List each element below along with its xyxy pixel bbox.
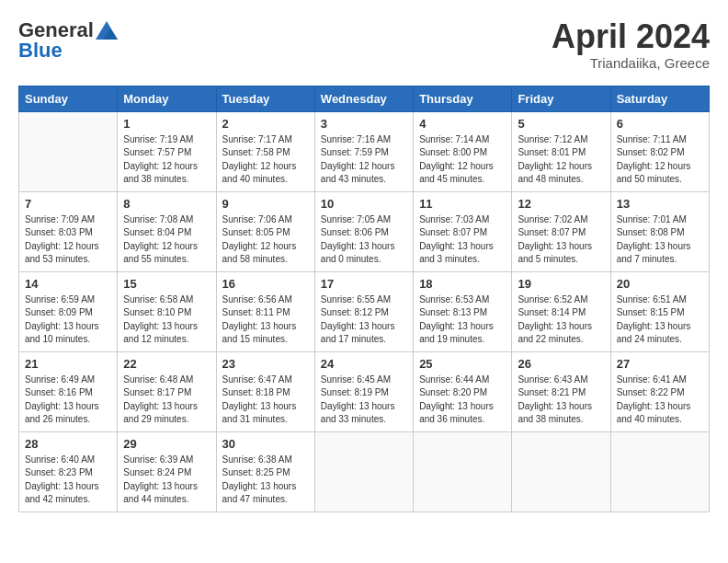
day-info: Sunrise: 6:43 AMSunset: 8:21 PMDaylight:… — [518, 373, 604, 427]
weekday-header: Saturday — [610, 86, 709, 111]
calendar-week-row: 21Sunrise: 6:49 AMSunset: 8:16 PMDayligh… — [19, 351, 710, 431]
title-block: April 2024 Triandaiika, Greece — [552, 18, 710, 71]
day-number: 1 — [123, 117, 210, 131]
calendar-day-cell: 28Sunrise: 6:40 AMSunset: 8:23 PMDayligh… — [19, 431, 118, 511]
day-number: 13 — [617, 197, 703, 211]
day-info: Sunrise: 6:47 AMSunset: 8:18 PMDaylight:… — [222, 373, 309, 427]
calendar-day-cell: 19Sunrise: 6:52 AMSunset: 8:14 PMDayligh… — [512, 271, 610, 351]
day-number: 12 — [518, 197, 604, 211]
calendar-day-cell: 18Sunrise: 6:53 AMSunset: 8:13 PMDayligh… — [414, 271, 512, 351]
day-number: 14 — [25, 277, 111, 291]
calendar-day-cell: 25Sunrise: 6:44 AMSunset: 8:20 PMDayligh… — [414, 351, 512, 431]
weekday-header: Monday — [118, 86, 216, 111]
day-number: 25 — [419, 357, 506, 371]
day-info: Sunrise: 7:02 AMSunset: 8:07 PMDaylight:… — [518, 213, 604, 267]
calendar-week-row: 14Sunrise: 6:59 AMSunset: 8:09 PMDayligh… — [19, 271, 710, 351]
calendar-day-cell: 5Sunrise: 7:12 AMSunset: 8:01 PMDaylight… — [512, 111, 610, 191]
calendar-day-cell: 14Sunrise: 6:59 AMSunset: 8:09 PMDayligh… — [19, 271, 118, 351]
day-info: Sunrise: 6:58 AMSunset: 8:10 PMDaylight:… — [123, 293, 210, 347]
day-info: Sunrise: 6:48 AMSunset: 8:17 PMDaylight:… — [123, 373, 210, 427]
day-number: 21 — [25, 357, 111, 371]
logo-icon — [96, 21, 118, 40]
calendar-day-cell: 2Sunrise: 7:17 AMSunset: 7:58 PMDaylight… — [216, 111, 314, 191]
calendar-day-cell: 30Sunrise: 6:38 AMSunset: 8:25 PMDayligh… — [216, 431, 314, 511]
calendar-day-cell — [610, 431, 709, 511]
calendar-day-cell: 1Sunrise: 7:19 AMSunset: 7:57 PMDaylight… — [118, 111, 216, 191]
day-number: 16 — [222, 277, 309, 291]
calendar-day-cell: 4Sunrise: 7:14 AMSunset: 8:00 PMDaylight… — [414, 111, 512, 191]
day-info: Sunrise: 7:17 AMSunset: 7:58 PMDaylight:… — [222, 133, 309, 187]
calendar-week-row: 1Sunrise: 7:19 AMSunset: 7:57 PMDaylight… — [19, 111, 710, 191]
day-info: Sunrise: 7:19 AMSunset: 7:57 PMDaylight:… — [123, 133, 210, 187]
location: Triandaiika, Greece — [552, 55, 710, 71]
page-header: General Blue April 2024 Triandaiika, Gre… — [18, 18, 710, 71]
day-info: Sunrise: 7:01 AMSunset: 8:08 PMDaylight:… — [617, 213, 703, 267]
day-info: Sunrise: 7:03 AMSunset: 8:07 PMDaylight:… — [419, 213, 506, 267]
day-number: 10 — [321, 197, 407, 211]
day-info: Sunrise: 6:38 AMSunset: 8:25 PMDaylight:… — [222, 454, 309, 507]
logo-blue-text: Blue — [18, 39, 63, 63]
day-info: Sunrise: 7:09 AMSunset: 8:03 PMDaylight:… — [25, 213, 111, 267]
day-number: 5 — [518, 117, 604, 131]
day-info: Sunrise: 6:45 AMSunset: 8:19 PMDaylight:… — [321, 373, 407, 427]
day-number: 8 — [123, 197, 210, 211]
day-info: Sunrise: 7:11 AMSunset: 8:02 PMDaylight:… — [617, 133, 703, 187]
day-info: Sunrise: 7:16 AMSunset: 7:59 PMDaylight:… — [321, 133, 407, 187]
calendar-header-row: SundayMondayTuesdayWednesdayThursdayFrid… — [19, 86, 710, 111]
day-number: 28 — [25, 437, 111, 451]
day-number: 24 — [321, 357, 407, 371]
weekday-header: Sunday — [19, 86, 118, 111]
calendar-day-cell: 16Sunrise: 6:56 AMSunset: 8:11 PMDayligh… — [216, 271, 314, 351]
day-info: Sunrise: 6:53 AMSunset: 8:13 PMDaylight:… — [419, 293, 506, 347]
calendar-week-row: 28Sunrise: 6:40 AMSunset: 8:23 PMDayligh… — [19, 431, 710, 511]
calendar-day-cell: 11Sunrise: 7:03 AMSunset: 8:07 PMDayligh… — [414, 191, 512, 271]
calendar-day-cell: 12Sunrise: 7:02 AMSunset: 8:07 PMDayligh… — [512, 191, 610, 271]
weekday-header: Thursday — [414, 86, 512, 111]
calendar-day-cell: 26Sunrise: 6:43 AMSunset: 8:21 PMDayligh… — [512, 351, 610, 431]
day-number: 2 — [222, 117, 309, 131]
calendar-day-cell: 13Sunrise: 7:01 AMSunset: 8:08 PMDayligh… — [610, 191, 709, 271]
calendar-day-cell: 20Sunrise: 6:51 AMSunset: 8:15 PMDayligh… — [610, 271, 709, 351]
day-info: Sunrise: 6:55 AMSunset: 8:12 PMDaylight:… — [321, 293, 407, 347]
day-number: 15 — [123, 277, 210, 291]
calendar-table: SundayMondayTuesdayWednesdayThursdayFrid… — [18, 86, 710, 512]
weekday-header: Tuesday — [216, 86, 314, 111]
day-number: 19 — [518, 277, 604, 291]
day-info: Sunrise: 6:59 AMSunset: 8:09 PMDaylight:… — [25, 293, 111, 347]
day-number: 7 — [25, 197, 111, 211]
calendar-week-row: 7Sunrise: 7:09 AMSunset: 8:03 PMDaylight… — [19, 191, 710, 271]
day-number: 9 — [222, 197, 309, 211]
day-info: Sunrise: 6:51 AMSunset: 8:15 PMDaylight:… — [617, 293, 703, 347]
calendar-day-cell: 10Sunrise: 7:05 AMSunset: 8:06 PMDayligh… — [314, 191, 413, 271]
day-info: Sunrise: 6:44 AMSunset: 8:20 PMDaylight:… — [419, 373, 506, 427]
calendar-day-cell: 22Sunrise: 6:48 AMSunset: 8:17 PMDayligh… — [118, 351, 216, 431]
month-title: April 2024 — [552, 18, 710, 55]
calendar-day-cell — [512, 431, 610, 511]
calendar-day-cell: 9Sunrise: 7:06 AMSunset: 8:05 PMDaylight… — [216, 191, 314, 271]
day-info: Sunrise: 6:40 AMSunset: 8:23 PMDaylight:… — [25, 454, 111, 507]
day-info: Sunrise: 7:06 AMSunset: 8:05 PMDaylight:… — [222, 213, 309, 267]
calendar-day-cell: 21Sunrise: 6:49 AMSunset: 8:16 PMDayligh… — [19, 351, 118, 431]
day-number: 22 — [123, 357, 210, 371]
day-number: 27 — [617, 357, 703, 371]
day-number: 6 — [617, 117, 703, 131]
calendar-day-cell: 6Sunrise: 7:11 AMSunset: 8:02 PMDaylight… — [610, 111, 709, 191]
logo: General Blue — [18, 18, 118, 63]
day-info: Sunrise: 6:49 AMSunset: 8:16 PMDaylight:… — [25, 373, 111, 427]
calendar-day-cell: 23Sunrise: 6:47 AMSunset: 8:18 PMDayligh… — [216, 351, 314, 431]
calendar-day-cell: 24Sunrise: 6:45 AMSunset: 8:19 PMDayligh… — [314, 351, 413, 431]
day-info: Sunrise: 6:52 AMSunset: 8:14 PMDaylight:… — [518, 293, 604, 347]
day-number: 26 — [518, 357, 604, 371]
day-number: 18 — [419, 277, 506, 291]
day-info: Sunrise: 6:56 AMSunset: 8:11 PMDaylight:… — [222, 293, 309, 347]
day-number: 3 — [321, 117, 407, 131]
calendar-day-cell: 15Sunrise: 6:58 AMSunset: 8:10 PMDayligh… — [118, 271, 216, 351]
day-number: 17 — [321, 277, 407, 291]
weekday-header: Friday — [512, 86, 610, 111]
day-info: Sunrise: 7:05 AMSunset: 8:06 PMDaylight:… — [321, 213, 407, 267]
day-number: 30 — [222, 437, 309, 451]
day-info: Sunrise: 7:12 AMSunset: 8:01 PMDaylight:… — [518, 133, 604, 187]
calendar-day-cell: 27Sunrise: 6:41 AMSunset: 8:22 PMDayligh… — [610, 351, 709, 431]
day-info: Sunrise: 6:39 AMSunset: 8:24 PMDaylight:… — [123, 454, 210, 507]
weekday-header: Wednesday — [314, 86, 413, 111]
